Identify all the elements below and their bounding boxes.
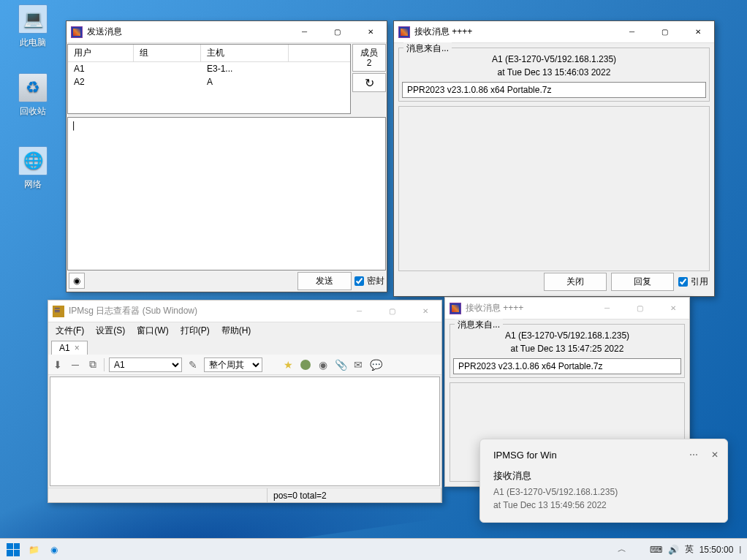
network-icon <box>18 146 48 175</box>
ipmsg-taskbar-icon[interactable] <box>64 540 85 560</box>
recycle-icon <box>18 73 48 102</box>
toast-more-icon[interactable]: ⋯ <box>689 450 698 460</box>
tray-sound-icon[interactable]: 🔊 <box>668 545 679 555</box>
titlebar[interactable]: 接收消息 ++++ ─ ▢ ✕ <box>445 298 689 319</box>
file-explorer-icon[interactable]: 📁 <box>23 540 44 560</box>
refresh-button[interactable]: ↻ <box>352 73 386 92</box>
close-button[interactable]: ✕ <box>354 21 387 42</box>
minimize-button[interactable]: ─ <box>288 21 321 42</box>
window-title: 接收消息 ++++ <box>466 302 591 314</box>
from-legend: 消息来自... <box>455 319 503 331</box>
tab-close-icon[interactable]: × <box>75 343 80 353</box>
close-button[interactable]: ✕ <box>656 298 689 319</box>
chat-icon[interactable]: 💬 <box>369 358 382 371</box>
taskbar: 📁 ◉ ︿ ⌨ 🔊 英 15:50:00 | <box>0 538 747 560</box>
desktop-icon-label: 回收站 <box>20 105 46 118</box>
statusbar: pos=0 total=2 <box>48 488 441 502</box>
maximize-button[interactable]: ▢ <box>321 21 354 42</box>
menu-print[interactable]: 打印(P) <box>176 323 214 338</box>
log-content-area[interactable] <box>50 377 440 486</box>
menu-file[interactable]: 文件(F) <box>51 323 88 338</box>
maximize-button[interactable]: ▢ <box>648 21 681 42</box>
quote-checkbox[interactable] <box>678 277 688 287</box>
camera-icon[interactable]: ◉ <box>316 358 330 371</box>
copy-icon[interactable]: ⧉ <box>86 358 99 371</box>
received-message-area[interactable] <box>398 106 710 271</box>
maximize-button[interactable]: ▢ <box>623 298 656 319</box>
clip-icon[interactable]: 📎 <box>334 358 347 371</box>
pc-icon <box>18 4 48 34</box>
tray-clock[interactable]: 15:50:00 <box>699 545 734 555</box>
seal-label: 密封 <box>367 275 384 287</box>
menu-help[interactable]: 帮助(H) <box>217 323 256 338</box>
quote-label: 引用 <box>691 276 708 288</box>
minus-icon[interactable]: ─ <box>69 358 82 371</box>
camera-icon[interactable]: ◉ <box>69 273 85 289</box>
close-button[interactable]: ✕ <box>409 300 441 322</box>
start-button[interactable] <box>3 540 23 560</box>
download-icon[interactable]: ⬇ <box>51 358 64 371</box>
tray-ime-lang[interactable]: 英 <box>685 543 694 556</box>
minimize-button[interactable]: ─ <box>591 298 623 319</box>
from-legend: 消息来自... <box>403 42 452 55</box>
reply-button[interactable]: 回复 <box>611 273 674 291</box>
star-icon[interactable]: ★ <box>281 358 295 371</box>
col-group[interactable]: 组 <box>134 45 201 61</box>
tray-notifications-icon[interactable]: | <box>739 545 741 553</box>
log-viewer-window: IPMsg 日志查看器 (Sub Window) ─ ▢ ✕ 文件(F) 设置(… <box>48 300 442 503</box>
message-from-fieldset: 消息来自... A1 (E3-1270-V5/192.168.1.235) at… <box>398 48 710 102</box>
titlebar[interactable]: 接收消息 ++++ ─ ▢ ✕ <box>394 21 714 43</box>
ipmsg-icon <box>71 26 83 38</box>
desktop-icon-network[interactable]: 网络 <box>15 146 51 191</box>
titlebar[interactable]: IPMsg 日志查看器 (Sub Window) ─ ▢ ✕ <box>48 300 441 322</box>
tray-chevron-icon[interactable]: ︿ <box>618 543 626 556</box>
tab-label: A1 <box>59 343 70 353</box>
table-row[interactable]: A2 A <box>68 75 350 88</box>
close-button[interactable]: ✕ <box>681 21 714 42</box>
seal-checkbox[interactable] <box>354 276 364 286</box>
status-pos-total: pos=0 total=2 <box>268 488 441 502</box>
close-msg-button[interactable]: 关闭 <box>544 273 607 291</box>
edge-icon[interactable]: ◉ <box>44 540 64 560</box>
user-dropdown[interactable]: A1 <box>109 357 182 372</box>
menu-settings[interactable]: 设置(S) <box>91 323 129 338</box>
user-list-table[interactable]: 用户 组 主机 A1 E3-1... A2 A <box>67 44 351 114</box>
message-input[interactable]: | <box>67 117 386 270</box>
maximize-button[interactable]: ▢ <box>376 300 409 322</box>
ipmsg-icon <box>398 26 410 38</box>
minimize-button[interactable]: ─ <box>343 300 376 322</box>
toast-heading: 接收消息 <box>493 469 714 483</box>
minimize-button[interactable]: ─ <box>615 21 648 42</box>
send-button[interactable]: 发送 <box>297 272 352 290</box>
member-count-button[interactable]: 成员 2 <box>352 44 386 72</box>
log-viewer-taskbar-icon[interactable] <box>85 540 105 560</box>
edit-icon[interactable]: ✎ <box>186 358 200 371</box>
desktop-icon-this-pc[interactable]: 此电脑 <box>15 4 51 49</box>
tray-ipmsg-icon[interactable] <box>632 544 644 556</box>
col-host[interactable]: 主机 <box>201 45 289 61</box>
mail-icon[interactable]: ✉ <box>352 358 365 371</box>
window-title: 接收消息 ++++ <box>414 26 615 38</box>
menubar: 文件(F) 设置(S) 窗口(W) 打印(P) 帮助(H) <box>48 322 441 338</box>
period-dropdown[interactable]: 整个周其 <box>204 357 262 372</box>
desktop-icon-label: 网络 <box>24 178 42 191</box>
attachment-file[interactable]: PPR2023 v23.1.0.86 x64 Portable.7z <box>402 82 706 98</box>
menu-window[interactable]: 窗口(W) <box>132 323 172 338</box>
toolbar: ⬇ ─ ⧉ A1 ✎ 整个周其 ★ ◉ 📎 ✉ 💬 <box>48 355 441 375</box>
toast-line1: A1 (E3-1270-V5/192.168.1.235) <box>493 485 714 499</box>
attachment-file[interactable]: PPR2023 v23.1.0.86 x64 Portable.7z <box>453 358 681 374</box>
col-user[interactable]: 用户 <box>68 45 134 61</box>
message-from-fieldset: 消息来自... A1 (E3-1270-V5/192.168.1.235) at… <box>450 324 685 378</box>
toast-close-icon[interactable]: ✕ <box>711 450 718 460</box>
filter-green-icon[interactable] <box>299 358 312 371</box>
toast-app-name: IPMSG for Win <box>493 450 714 461</box>
table-row[interactable]: A1 E3-1... <box>68 62 350 75</box>
desktop-icon-label: 此电脑 <box>20 37 46 49</box>
notification-toast[interactable]: ⋯ ✕ IPMSG for Win 接收消息 A1 (E3-1270-V5/19… <box>479 439 728 523</box>
desktop-icon-recycle-bin[interactable]: 回收站 <box>15 73 51 118</box>
from-timestamp: at Tue Dec 13 15:47:25 2022 <box>453 342 681 355</box>
tab-a1[interactable]: A1 × <box>51 341 88 355</box>
ipmsg-icon <box>450 303 461 314</box>
titlebar[interactable]: 发送消息 ─ ▢ ✕ <box>67 21 387 43</box>
tray-ime-icon[interactable]: ⌨ <box>650 545 662 555</box>
